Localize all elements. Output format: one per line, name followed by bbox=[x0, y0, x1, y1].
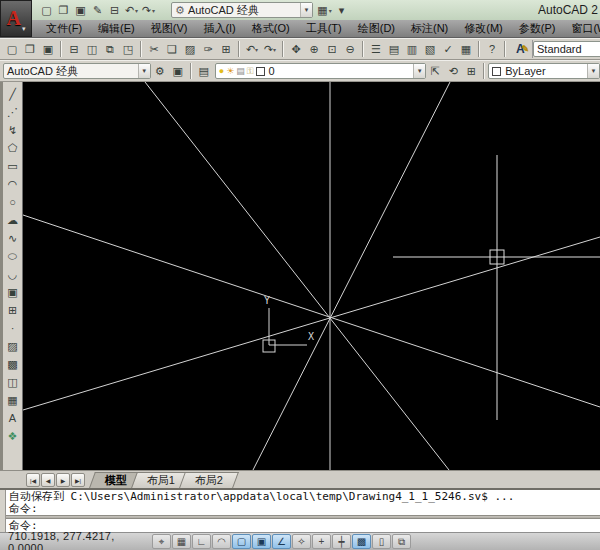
object-snap-toggle[interactable]: ▢ bbox=[232, 534, 251, 549]
tool-palettes-button[interactable]: ▥ bbox=[403, 40, 421, 58]
text-style-manager-button[interactable]: A✎ bbox=[513, 40, 533, 58]
lineweight-toggle[interactable]: ┿ bbox=[332, 534, 351, 549]
polyline-tool[interactable]: ↯ bbox=[4, 121, 22, 139]
hatch-tool[interactable]: ▨ bbox=[4, 337, 22, 355]
chevron-down-icon[interactable]: ▼ bbox=[587, 64, 599, 78]
tab-layout2[interactable]: 布局2 bbox=[179, 472, 239, 488]
tab-next-button[interactable]: ▶ bbox=[56, 473, 70, 487]
quick-properties-toggle[interactable]: ▯ bbox=[372, 534, 391, 549]
command-input[interactable]: 命令: bbox=[7, 519, 600, 532]
my-workspace-button[interactable]: ▣ bbox=[169, 62, 187, 80]
markup-button[interactable]: ✓ bbox=[439, 40, 457, 58]
snap-mode-toggle[interactable]: ⌖ bbox=[152, 534, 171, 549]
layer-select[interactable]: ●☀▤⚿ 0 ▼ bbox=[215, 63, 427, 79]
line-tool[interactable]: ╱ bbox=[4, 85, 22, 103]
rectangle-tool[interactable]: ▭ bbox=[4, 157, 22, 175]
circle-tool[interactable]: ○ bbox=[4, 193, 22, 211]
region-tool[interactable]: ◫ bbox=[4, 373, 22, 391]
help-button[interactable]: ? bbox=[483, 40, 501, 58]
point-tool[interactable]: · bbox=[4, 319, 22, 337]
redo-button[interactable]: ↷ bbox=[261, 40, 279, 58]
ortho-mode-toggle[interactable]: ∟ bbox=[192, 534, 211, 549]
menu-parametric[interactable]: 参数(P) bbox=[511, 20, 564, 37]
qat-overflow-button[interactable]: ▾ bbox=[333, 2, 350, 18]
polar-tracking-toggle[interactable]: ◠ bbox=[212, 534, 231, 549]
plot-button[interactable]: ⊟ bbox=[106, 2, 123, 18]
menu-edit[interactable]: 编辑(E) bbox=[90, 20, 143, 37]
workspaces-select[interactable]: AutoCAD 经典 ▼ bbox=[3, 63, 151, 79]
gradient-tool[interactable]: ▩ bbox=[4, 355, 22, 373]
block-editor-button[interactable]: ⊞ bbox=[217, 40, 235, 58]
open-button[interactable]: ❐ bbox=[55, 2, 72, 18]
copy-button[interactable]: ❏ bbox=[163, 40, 181, 58]
grid-display-toggle[interactable]: ▦ bbox=[172, 534, 191, 549]
quickcalc-button[interactable]: ▦ bbox=[457, 40, 475, 58]
workspace-settings-button[interactable]: ⚙ bbox=[151, 62, 169, 80]
plot-preview-button[interactable]: ◫ bbox=[83, 40, 101, 58]
3d-dwf-button[interactable]: ◳ bbox=[119, 40, 137, 58]
multiline-text-tool[interactable]: A bbox=[4, 409, 22, 427]
menu-insert[interactable]: 插入(I) bbox=[195, 20, 243, 37]
tab-last-button[interactable]: ▶| bbox=[71, 473, 85, 487]
drawing-canvas[interactable]: YX bbox=[23, 82, 600, 470]
transparency-toggle[interactable]: ▩ bbox=[352, 534, 371, 549]
plot-button[interactable]: ⊟ bbox=[65, 40, 83, 58]
pan-button[interactable]: ✥ bbox=[287, 40, 305, 58]
layer-properties-button[interactable]: ▤ bbox=[195, 62, 213, 80]
chevron-down-icon[interactable]: ▼ bbox=[300, 3, 312, 17]
open-button[interactable]: ❐ bbox=[21, 40, 39, 58]
layer-states-button[interactable]: ⊞ bbox=[462, 62, 480, 80]
revision-cloud-tool[interactable]: ☁ bbox=[4, 211, 22, 229]
workspace-switch-button[interactable]: ▦ bbox=[316, 2, 333, 18]
3d-object-snap-toggle[interactable]: ▣ bbox=[252, 534, 271, 549]
menu-tools[interactable]: 工具(T) bbox=[298, 20, 350, 37]
tab-prev-button[interactable]: ◀ bbox=[41, 473, 55, 487]
object-color-select[interactable]: ByLayer ▼ bbox=[488, 63, 600, 79]
redo-button[interactable]: ↷ bbox=[140, 2, 157, 18]
undo-button[interactable]: ↶ bbox=[123, 2, 140, 18]
chevron-down-icon[interactable]: ▼ bbox=[413, 64, 425, 78]
menu-file[interactable]: 文件(F) bbox=[38, 20, 90, 37]
match-properties-button[interactable]: ✑ bbox=[199, 40, 217, 58]
insert-block-tool[interactable]: ▣ bbox=[4, 283, 22, 301]
application-menu-button[interactable]: A ▾ bbox=[0, 0, 32, 37]
new-button[interactable]: ▢ bbox=[3, 40, 21, 58]
zoom-window-button[interactable]: ⊡ bbox=[323, 40, 341, 58]
dynamic-ucs-toggle[interactable]: ✧ bbox=[292, 534, 311, 549]
model-space-view[interactable]: YX bbox=[23, 82, 600, 470]
helix-tool[interactable]: ❖ bbox=[4, 427, 22, 445]
cut-button[interactable]: ✂ bbox=[145, 40, 163, 58]
menu-modify[interactable]: 修改(M) bbox=[456, 20, 511, 37]
menu-dimension[interactable]: 标注(N) bbox=[403, 20, 456, 37]
ellipse-arc-tool[interactable]: ◡ bbox=[4, 265, 22, 283]
make-block-tool[interactable]: ⊞ bbox=[4, 301, 22, 319]
save-as-button[interactable]: ✎ bbox=[89, 2, 106, 18]
sheet-set-manager-button[interactable]: ▧ bbox=[421, 40, 439, 58]
new-button[interactable]: ▢ bbox=[38, 2, 55, 18]
save-button[interactable]: ▣ bbox=[72, 2, 89, 18]
chevron-down-icon[interactable]: ▼ bbox=[138, 64, 150, 78]
publish-button[interactable]: ⧉ bbox=[101, 40, 119, 58]
command-window[interactable]: 自动保存到 C:\Users\Administrator\appdata\loc… bbox=[0, 488, 600, 532]
menu-draw[interactable]: 绘图(D) bbox=[350, 20, 403, 37]
layer-previous-button[interactable]: ⟲ bbox=[444, 62, 462, 80]
save-button[interactable]: ▣ bbox=[39, 40, 57, 58]
properties-button[interactable]: ☰ bbox=[367, 40, 385, 58]
undo-button[interactable]: ↶ bbox=[243, 40, 261, 58]
table-tool[interactable]: ▦ bbox=[4, 391, 22, 409]
text-style-select[interactable]: Standard ▼ bbox=[533, 41, 600, 57]
menu-view[interactable]: 视图(V) bbox=[143, 20, 196, 37]
workspace-select[interactable]: ⚙ AutoCAD 经典 ▼ bbox=[171, 2, 313, 18]
object-snap-tracking-toggle[interactable]: ∠ bbox=[272, 534, 291, 549]
paste-button[interactable]: ▨ bbox=[181, 40, 199, 58]
construction-line-tool[interactable]: ⋰ bbox=[4, 103, 22, 121]
ellipse-tool[interactable]: ⬭ bbox=[4, 247, 22, 265]
polygon-tool[interactable]: ⬠ bbox=[4, 139, 22, 157]
dynamic-input-toggle[interactable]: + bbox=[312, 534, 331, 549]
tab-first-button[interactable]: |◀ bbox=[26, 473, 40, 487]
selection-cycling-toggle[interactable]: ⧉ bbox=[392, 534, 411, 549]
menu-window[interactable]: 窗口(W) bbox=[563, 20, 600, 37]
menu-format[interactable]: 格式(O) bbox=[244, 20, 298, 37]
zoom-previous-button[interactable]: ⊖ bbox=[341, 40, 359, 58]
make-object-layer-current-button[interactable]: ⇱ bbox=[426, 62, 444, 80]
